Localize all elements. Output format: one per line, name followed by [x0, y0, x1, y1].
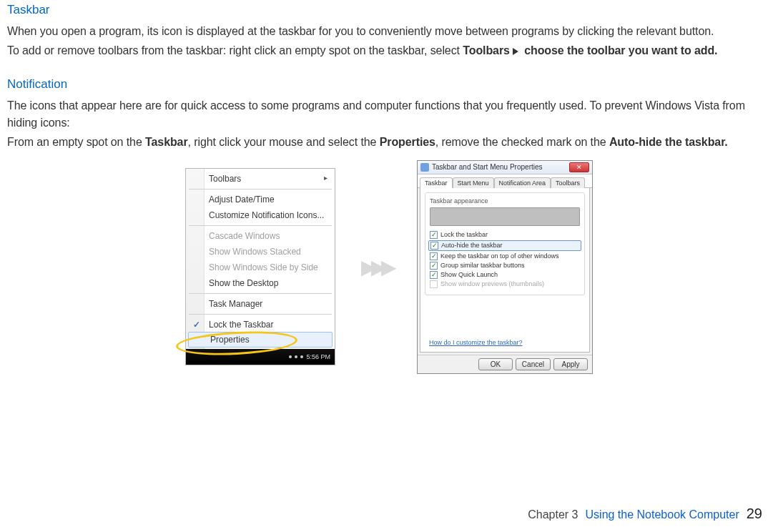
- menu-item-stacked: Show Windows Stacked: [186, 244, 335, 260]
- help-link[interactable]: How do I customize the taskbar?: [429, 339, 523, 346]
- context-menu-figure: Toolbars Adjust Date/Time Customize Noti…: [185, 168, 335, 365]
- properties-dialog-figure: Taskbar and Start Menu Properties ✕ Task…: [417, 160, 593, 374]
- footer-chapter: Chapter 3: [528, 508, 578, 521]
- cancel-button[interactable]: Cancel: [516, 358, 551, 370]
- footer-title: Using the Notebook Computer: [586, 508, 739, 521]
- bold-properties: Properties: [380, 136, 435, 148]
- text-fragment: From an empty spot on the: [7, 136, 145, 148]
- dialog-title: Taskbar and Start Menu Properties: [432, 163, 569, 171]
- checkbox-icon: [430, 271, 438, 279]
- checkbox-row-quicklaunch[interactable]: Show Quick Launch: [430, 270, 580, 280]
- menu-item-adjust-date[interactable]: Adjust Date/Time: [186, 192, 335, 207]
- tab-toolbars[interactable]: Toolbars: [551, 177, 585, 188]
- taskbar-clock: 5:56 PM: [306, 353, 330, 360]
- dialog-button-row: OK Cancel Apply: [418, 355, 592, 373]
- checkbox-icon: [430, 252, 438, 260]
- text-fragment: , remove the checked mark on the: [435, 136, 609, 148]
- menu-separator: [189, 189, 332, 189]
- menu-separator: [189, 314, 332, 315]
- checkbox-label: Show window previews (thumbnails): [440, 280, 544, 287]
- checkbox-label: Auto-hide the taskbar: [441, 242, 503, 249]
- notification-paragraph-1: The icons that appear here are for quick…: [7, 97, 771, 130]
- checkbox-label: Group similar taskbar buttons: [440, 262, 525, 269]
- menu-item-cascade: Cascade Windows: [186, 228, 335, 244]
- bold-choose-toolbar: choose the toolbar you want to add.: [521, 44, 718, 56]
- section-heading-taskbar: Taskbar: [7, 3, 771, 17]
- page-footer: Chapter 3 Using the Notebook Computer 29: [528, 506, 762, 522]
- dialog-titlebar: Taskbar and Start Menu Properties ✕: [418, 161, 592, 174]
- checkbox-row-lock[interactable]: Lock the taskbar: [430, 230, 580, 240]
- taskbar-strip: 5:56 PM: [186, 349, 335, 365]
- text-fragment: , right click your mouse and select the: [188, 136, 380, 148]
- checkbox-icon: [430, 242, 438, 250]
- menu-item-show-desktop[interactable]: Show the Desktop: [186, 275, 335, 291]
- arrow-right-icon: ▶▶▶: [361, 255, 391, 279]
- ok-button[interactable]: OK: [478, 358, 513, 370]
- group-label: Taskbar appearance: [430, 197, 580, 205]
- checkbox-row-group[interactable]: Group similar taskbar buttons: [430, 261, 580, 270]
- checkbox-label: Lock the taskbar: [440, 231, 488, 238]
- bold-toolbars: Toolbars: [463, 44, 510, 56]
- checkbox-icon: [430, 231, 438, 239]
- tab-taskbar[interactable]: Taskbar: [420, 177, 453, 188]
- taskbar-paragraph-1: When you open a program, its icon is dis…: [7, 23, 771, 39]
- tray-icon: [295, 355, 297, 358]
- taskbar-preview: [430, 207, 580, 226]
- checkbox-row-ontop[interactable]: Keep the taskbar on top of other windows: [430, 252, 580, 261]
- apply-button[interactable]: Apply: [553, 358, 588, 370]
- checkbox-row-autohide[interactable]: Auto-hide the taskbar: [428, 240, 581, 251]
- bold-taskbar: Taskbar: [145, 136, 187, 148]
- right-triangle-icon: [513, 48, 518, 55]
- tab-notification-area[interactable]: Notification Area: [494, 177, 551, 188]
- menu-item-task-manager[interactable]: Task Manager: [186, 296, 335, 312]
- menu-item-lock-taskbar[interactable]: Lock the Taskbar: [186, 317, 335, 332]
- menu-separator: [189, 225, 332, 226]
- dialog-tabs: Taskbar Start Menu Notification Area Too…: [418, 174, 592, 188]
- text-fragment: To add or remove toolbars from the taskb…: [7, 44, 463, 56]
- tab-start-menu[interactable]: Start Menu: [453, 177, 494, 188]
- checkbox-row-previews: Show window previews (thumbnails): [430, 280, 580, 289]
- tray-icon: [300, 355, 303, 358]
- menu-item-properties[interactable]: Properties: [188, 332, 333, 348]
- footer-page-number: 29: [747, 506, 762, 522]
- checkbox-icon: [430, 262, 438, 270]
- dialog-content: Taskbar appearance Lock the taskbar Auto…: [420, 188, 590, 353]
- menu-item-customize-icons[interactable]: Customize Notification Icons...: [186, 207, 335, 223]
- menu-item-side-by-side: Show Windows Side by Side: [186, 260, 335, 275]
- checkbox-label: Keep the taskbar on top of other windows: [440, 252, 559, 260]
- group-taskbar-appearance: Taskbar appearance Lock the taskbar Auto…: [425, 192, 585, 295]
- notification-paragraph-2: From an empty spot on the Taskbar, right…: [7, 134, 771, 150]
- tray-icon: [289, 355, 292, 358]
- menu-item-toolbars[interactable]: Toolbars: [186, 171, 335, 187]
- taskbar-paragraph-2: To add or remove toolbars from the taskb…: [7, 42, 771, 59]
- menu-separator: [189, 293, 332, 294]
- dialog-icon: [420, 163, 429, 172]
- checkbox-label: Show Quick Launch: [440, 271, 498, 278]
- checkbox-icon: [430, 280, 438, 288]
- bold-autohide: Auto-hide the taskbar.: [609, 136, 728, 148]
- close-button[interactable]: ✕: [569, 162, 589, 172]
- section-heading-notification: Notification: [7, 77, 771, 92]
